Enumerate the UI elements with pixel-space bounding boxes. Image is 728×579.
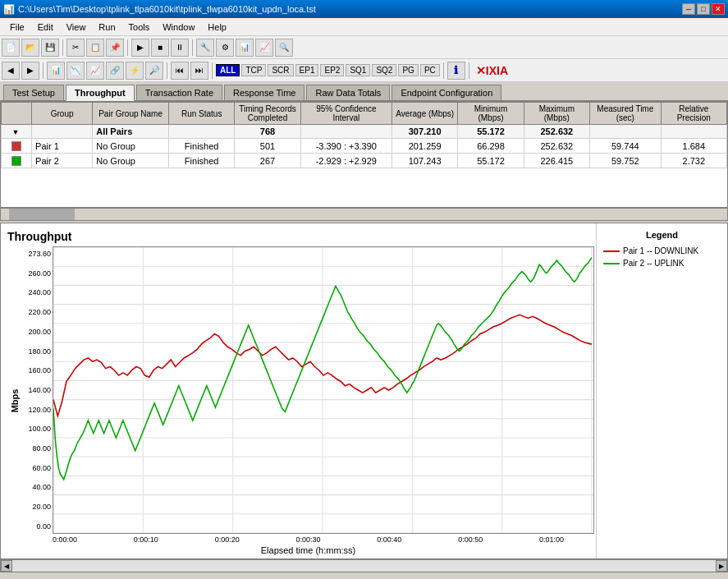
legend-item-downlink: Pair 1 -- DOWNLINK — [603, 246, 721, 255]
pt8[interactable]: ⏭ — [190, 62, 208, 80]
col-group-header: Group — [32, 103, 93, 125]
pt6[interactable]: 🔎 — [145, 62, 163, 80]
pt7[interactable]: ⏮ — [171, 62, 189, 80]
pt5[interactable]: ⚡ — [126, 62, 144, 80]
proto-all-button[interactable]: ALL — [216, 64, 240, 76]
pair2-average-cell: 107.243 — [391, 154, 457, 168]
tool4[interactable]: 📈 — [255, 39, 273, 57]
nav-fwd[interactable]: ▶ — [21, 62, 39, 80]
proto-sq1-button[interactable]: SQ1 — [346, 64, 370, 76]
pt4[interactable]: 🔗 — [106, 62, 124, 80]
col-expand — [2, 103, 32, 125]
scroll-right-button[interactable]: ▶ — [716, 560, 727, 572]
menu-tools[interactable]: Tools — [122, 21, 157, 34]
x-axis-labels: 0:00:00 0:00:10 0:00:20 0:00:30 0:00:40 … — [22, 534, 564, 544]
pair1-name-cell: No Group — [93, 139, 169, 154]
scroll-left-button[interactable]: ◀ — [1, 560, 12, 572]
all-pairs-group-cell — [32, 125, 93, 139]
pt2[interactable]: 📉 — [66, 62, 85, 80]
separator-3 — [192, 39, 193, 56]
window-title: C:\Users\Tim\Desktop\tplink_tlpa6010kit\… — [18, 4, 316, 14]
title-text: 📊 C:\Users\Tim\Desktop\tplink_tlpa6010ki… — [3, 4, 316, 15]
all-pairs-confidence-cell — [300, 125, 391, 139]
data-table-container[interactable]: Group Pair Group Name Run Status Timing … — [0, 101, 728, 208]
proto-sq2-button[interactable]: SQ2 — [372, 64, 396, 76]
proto-scr-button[interactable]: SCR — [268, 64, 293, 76]
tool3[interactable]: 📊 — [236, 39, 254, 57]
toolbar-1: 📄 📂 💾 ✂ 📋 📌 ▶ ■ ⏸ 🔧 ⚙ 📊 📈 🔍 — [0, 36, 728, 59]
menu-window[interactable]: Window — [156, 21, 201, 34]
menu-file[interactable]: File — [3, 21, 31, 34]
copy-button[interactable]: 📋 — [86, 39, 104, 57]
cut-button[interactable]: ✂ — [66, 39, 85, 57]
col-confidence-header: 95% Confidence Interval — [300, 103, 391, 125]
pair1-time-cell: 59.744 — [590, 139, 662, 154]
stop-button[interactable]: ■ — [151, 39, 169, 57]
tool5[interactable]: 🔍 — [275, 39, 293, 57]
minimize-button[interactable]: ─ — [682, 3, 695, 15]
all-pairs-time-cell — [590, 125, 662, 139]
separator-6 — [212, 62, 213, 79]
scrollbar-track — [12, 560, 716, 572]
menu-help[interactable]: Help — [201, 21, 233, 34]
downlink-legend-line — [603, 250, 620, 252]
tab-throughput[interactable]: Throughput — [66, 85, 135, 101]
downlink-legend-label: Pair 1 -- DOWNLINK — [623, 246, 698, 255]
maximize-button[interactable]: □ — [697, 3, 710, 15]
nav-back[interactable]: ◀ — [2, 62, 20, 80]
pair1-expand-cell — [2, 139, 32, 154]
tab-endpoint-config[interactable]: Endpoint Configuration — [391, 85, 501, 100]
separator-8 — [469, 62, 469, 79]
y-axis-labels: 273.60 260.00 240.00 220.00 200.00 180.0… — [22, 246, 51, 534]
pt1[interactable]: 📊 — [47, 62, 65, 80]
chart-scrollbar[interactable]: ◀ ▶ — [0, 559, 728, 572]
run-button[interactable]: ▶ — [131, 39, 149, 57]
tool2[interactable]: ⚙ — [216, 39, 234, 57]
legend-title: Legend — [603, 230, 721, 240]
info-button[interactable]: ℹ — [447, 62, 465, 80]
proto-ep2-button[interactable]: EP2 — [320, 64, 344, 76]
pair2-records-cell: 267 — [235, 154, 300, 168]
expand-cell[interactable]: ▼ — [2, 125, 32, 139]
separator-5 — [167, 62, 167, 79]
proto-tcp-button[interactable]: TCP — [241, 64, 266, 76]
save-button[interactable]: 💾 — [41, 39, 59, 57]
chart-main: Throughput Mbps 273.60 260.00 240.00 220… — [1, 223, 596, 558]
table-row-pair1: Pair 1 No Group Finished 501 -3.390 : +3… — [2, 139, 727, 154]
paste-button[interactable]: 📌 — [106, 39, 124, 57]
separator-7 — [443, 62, 444, 79]
title-buttons[interactable]: ─ □ ✕ — [682, 3, 725, 15]
all-pairs-minimum-cell: 55.172 — [458, 125, 524, 139]
close-button[interactable]: ✕ — [712, 3, 725, 15]
proto-pc-button[interactable]: PC — [420, 64, 440, 76]
col-pair-group-name-header: Pair Group Name — [93, 103, 169, 125]
pair2-status-cell: Finished — [168, 154, 234, 168]
all-pairs-name-cell: All Pairs — [93, 125, 169, 139]
tab-raw-data[interactable]: Raw Data Totals — [306, 85, 390, 100]
proto-pg-button[interactable]: PG — [398, 64, 418, 76]
tab-transaction-rate[interactable]: Transaction Rate — [136, 85, 222, 100]
pause-button[interactable]: ⏸ — [171, 39, 189, 57]
pair1-records-cell: 501 — [235, 139, 300, 154]
pair2-group-cell: Pair 2 — [32, 154, 93, 168]
col-measured-time-header: Measured Time (sec) — [590, 103, 662, 125]
proto-ep1-button[interactable]: EP1 — [295, 64, 319, 76]
menu-view[interactable]: View — [60, 21, 93, 34]
col-timing-records-header: Timing Records Completed — [235, 103, 300, 125]
pair1-status-cell: Finished — [168, 139, 234, 154]
col-maximum-header: Maximum (Mbps) — [524, 103, 589, 125]
new-button[interactable]: 📄 — [2, 39, 20, 57]
tab-test-setup[interactable]: Test Setup — [3, 85, 64, 100]
open-button[interactable]: 📂 — [21, 39, 39, 57]
pt3[interactable]: 📈 — [86, 62, 104, 80]
menu-run[interactable]: Run — [92, 21, 121, 34]
menu-edit[interactable]: Edit — [31, 21, 60, 34]
table-scrollbar[interactable] — [0, 208, 728, 221]
pair1-maximum-cell: 252.632 — [524, 139, 589, 154]
results-table: Group Pair Group Name Run Status Timing … — [1, 102, 727, 168]
tab-response-time[interactable]: Response Time — [224, 85, 304, 100]
col-minimum-header: Minimum (Mbps) — [458, 103, 524, 125]
tool1[interactable]: 🔧 — [196, 39, 214, 57]
separator-2 — [127, 39, 128, 56]
all-pairs-records-cell: 768 — [235, 125, 300, 139]
